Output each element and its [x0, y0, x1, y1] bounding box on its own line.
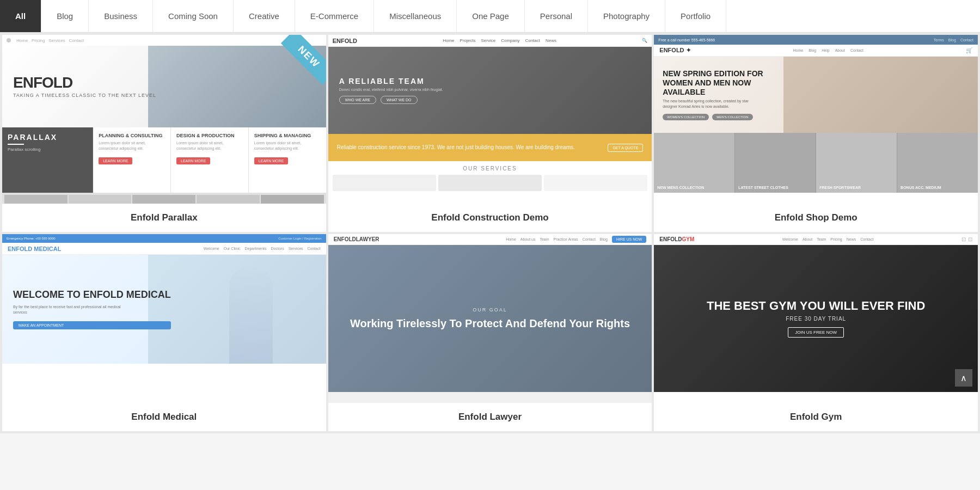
- construction-nav-contact[interactable]: Contact: [525, 38, 540, 43]
- section-3-body: Lorem ipsum dolor sit amet, consectetur …: [254, 140, 321, 151]
- lawyer-logo: ENFOLDLAWYER: [334, 236, 379, 242]
- gym-nav-news[interactable]: News: [847, 237, 856, 241]
- lawyer-nav-about[interactable]: About us: [520, 237, 536, 241]
- gym-nav-about[interactable]: About: [803, 237, 812, 241]
- card-lawyer[interactable]: ENFOLDLAWYER Home About us Team Practice…: [328, 234, 652, 431]
- gym-nav-team[interactable]: Team: [817, 237, 826, 241]
- gym-logo-gym: GYM: [682, 236, 694, 242]
- construction-nav-home[interactable]: Home: [443, 38, 454, 43]
- shop-hero-sub: The new beautiful spring collection, cre…: [663, 99, 761, 109]
- medical-nav-welcome[interactable]: Welcome: [204, 247, 219, 250]
- card-shop[interactable]: Free a call number 555-465-5866 Terms Bl…: [654, 35, 978, 232]
- construction-nav-company[interactable]: Company: [501, 38, 519, 43]
- lawyer-nav-team[interactable]: Team: [540, 237, 549, 241]
- parallax-logo: ENFOLD: [13, 75, 156, 90]
- filter-ecommerce[interactable]: E-Commerce: [295, 0, 374, 32]
- gym-nav-contact[interactable]: Contact: [860, 237, 873, 241]
- medical-logo: ENFOLD MEDICAL: [8, 246, 61, 252]
- filter-miscellaneous[interactable]: Miscellaneous: [374, 0, 457, 32]
- gym-social-icon-2[interactable]: ⊡: [968, 236, 972, 242]
- shop-hero-btns: WOMEN'S COLLECTION MEN'S COLLECTION: [663, 114, 782, 120]
- construction-hero-content: A RELIABLE TEAM Donec condis erat, eleif…: [328, 47, 652, 134]
- card-gym[interactable]: ENFOLDGYM Welcome About Team Pricing New…: [654, 234, 978, 431]
- medical-nav-items: Welcome Our Clinic Departments Doctors S…: [204, 247, 321, 250]
- filter-one-page[interactable]: One Page: [457, 0, 525, 32]
- shop-category-3[interactable]: FRESH SPORTSWEAR: [816, 133, 897, 193]
- card-medical-thumb: Emergency Phone: +00 555 9000 Customer L…: [2, 234, 326, 403]
- gym-nav-welcome[interactable]: Welcome: [782, 237, 798, 241]
- card-parallax[interactable]: Home Pricing Services Contact ENFOLD TAK…: [2, 35, 326, 232]
- medical-nav-services[interactable]: Services: [289, 247, 303, 250]
- construction-nav-news[interactable]: News: [546, 38, 556, 43]
- filter-personal[interactable]: Personal: [525, 0, 588, 32]
- construction-services-title: OUR SERVICES: [333, 166, 648, 171]
- medical-appointment-btn[interactable]: MAKE AN APPOINTMENT: [13, 321, 171, 329]
- shop-nav-home[interactable]: Home: [793, 48, 804, 52]
- construction-nav-service[interactable]: Service: [481, 38, 495, 43]
- construction-hero: A RELIABLE TEAM Donec condis erat, eleif…: [328, 47, 652, 134]
- shop-header-terms[interactable]: Terms: [934, 38, 944, 42]
- medical-nav-doctors[interactable]: Doctors: [271, 247, 284, 250]
- lawyer-nav-practice[interactable]: Practice Areas: [554, 237, 578, 241]
- gym-nav-pricing[interactable]: Pricing: [830, 237, 842, 241]
- filter-portfolio[interactable]: Portfolio: [665, 0, 726, 32]
- shop-header-blog[interactable]: Blog: [948, 38, 956, 42]
- filter-all[interactable]: All: [0, 0, 41, 32]
- lawyer-nav-blog[interactable]: Blog: [600, 237, 608, 241]
- gym-trial-btn[interactable]: JOIN US FREE NOW: [788, 327, 844, 338]
- gym-social-icon-1[interactable]: ⊡: [961, 236, 966, 242]
- filter-coming-soon[interactable]: Coming Soon: [153, 0, 234, 32]
- card-parallax-thumb: Home Pricing Services Contact ENFOLD TAK…: [2, 35, 326, 204]
- shop-nav-help[interactable]: Help: [822, 48, 829, 52]
- construction-search-icon[interactable]: 🔍: [642, 38, 647, 43]
- section-1-btn[interactable]: LEARN MORE: [99, 157, 132, 164]
- card-medical-title: Enfold Medical: [2, 403, 326, 431]
- shop-category-1[interactable]: NEW MENS COLLECTION: [654, 133, 735, 193]
- parallax-hero-text: ENFOLD TAKING A TIMELESS CLASSIC TO THE …: [13, 75, 156, 98]
- card-construction-title: Enfold Construction Demo: [328, 204, 652, 232]
- medical-top-bar: Emergency Phone: +00 555 9000 Customer L…: [2, 234, 326, 243]
- top-bar-nav: Home Pricing Services Contact: [16, 38, 84, 43]
- section-3-btn[interactable]: LEARN MORE: [254, 157, 288, 164]
- medical-nav-dept[interactable]: Departments: [244, 247, 266, 250]
- shop-category-4-label: BONUS ACC. MEDIUM: [901, 186, 941, 189]
- parallax-section-1: PLANNING & CONSULTING Lorem ipsum dolor …: [93, 127, 171, 193]
- card-parallax-title: Enfold Parallax: [2, 204, 326, 232]
- medical-nav-contact[interactable]: Contact: [308, 247, 321, 250]
- filter-creative[interactable]: Creative: [234, 0, 295, 32]
- shop-category-2[interactable]: LATEST STREET CLOTHES: [735, 133, 816, 193]
- service-item-3: [544, 175, 647, 191]
- card-medical[interactable]: Emergency Phone: +00 555 9000 Customer L…: [2, 234, 326, 431]
- filter-business[interactable]: Business: [89, 0, 153, 32]
- construction-yellow-text: Reliable construction service since 1973…: [337, 144, 575, 151]
- shop-nav-about[interactable]: About: [835, 48, 845, 52]
- shop-cart-icon[interactable]: 🛒: [966, 47, 972, 53]
- scroll-top-button[interactable]: ∧: [955, 369, 972, 387]
- section-2-btn[interactable]: LEARN MORE: [176, 157, 210, 164]
- shop-womens-btn[interactable]: WOMEN'S COLLECTION: [663, 114, 709, 120]
- medical-nav-clinic[interactable]: Our Clinic: [224, 247, 241, 250]
- lawyer-nav-contact[interactable]: Contact: [583, 237, 596, 241]
- construction-nav-projects[interactable]: Projects: [460, 38, 476, 43]
- card-gym-thumb: ENFOLDGYM Welcome About Team Pricing New…: [654, 234, 978, 403]
- medical-hero: WELCOME TO ENFOLD MEDICAL By far the bes…: [2, 255, 326, 364]
- gym-logo: ENFOLDGYM: [659, 236, 694, 242]
- filter-photography[interactable]: Photography: [588, 0, 665, 32]
- shop-nav-contact[interactable]: Contact: [850, 48, 863, 52]
- section-1-title: PLANNING & CONSULTING: [99, 133, 165, 138]
- lawyer-hire-btn[interactable]: HIRE US NOW: [612, 236, 646, 243]
- card-construction[interactable]: ENFOLD Home Projects Service Company Con…: [328, 35, 652, 232]
- construction-quote-btn[interactable]: GET A QUOTE: [608, 144, 643, 152]
- shop-category-4[interactable]: BONUS ACC. MEDIUM: [897, 133, 978, 193]
- medical-nav: ENFOLD MEDICAL Welcome Our Clinic Depart…: [2, 243, 326, 255]
- shop-header-bar: Free a call number 555-465-5866 Terms Bl…: [654, 35, 978, 45]
- lawyer-nav-home[interactable]: Home: [506, 237, 516, 241]
- medical-top-link[interactable]: Customer Login / Registration: [278, 237, 321, 240]
- filter-blog[interactable]: Blog: [41, 0, 89, 32]
- shop-nav-blog[interactable]: Blog: [808, 48, 816, 52]
- shop-mens-btn[interactable]: MEN'S COLLECTION: [712, 114, 753, 120]
- lawyer-hero: Our Goal Working Tirelessly To Protect A…: [328, 245, 652, 392]
- construction-btn-what[interactable]: WHAT WE DO: [381, 96, 418, 104]
- shop-header-contact[interactable]: Contact: [960, 38, 973, 42]
- construction-btn-who[interactable]: WHO WE ARE: [339, 96, 376, 104]
